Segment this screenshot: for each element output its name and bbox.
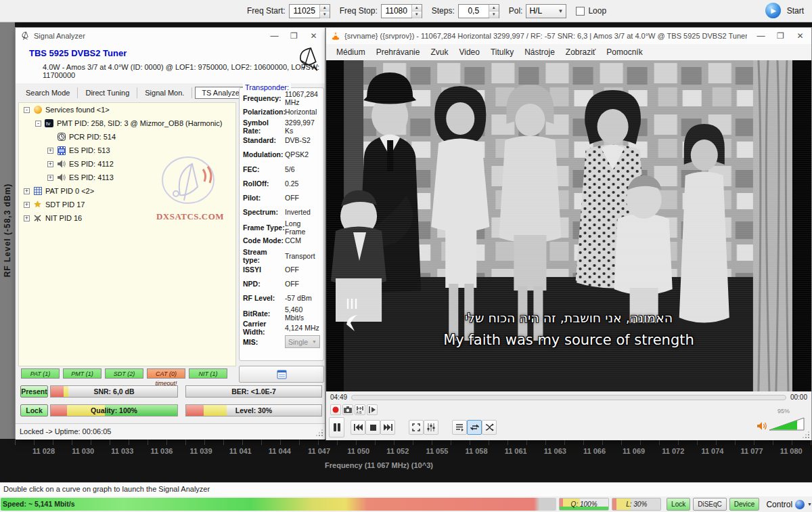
tab-search-mode[interactable]: Search Mode bbox=[18, 87, 78, 98]
steps-arrows[interactable]: ▲▼ bbox=[489, 5, 499, 18]
tree-expander[interactable]: + bbox=[47, 161, 53, 167]
minimize-button[interactable]: — bbox=[751, 28, 771, 43]
tree-expander[interactable]: + bbox=[47, 175, 53, 181]
tree-item-label[interactable]: PAT PID 0 <2> bbox=[45, 187, 94, 195]
playlist-button[interactable] bbox=[452, 420, 467, 435]
tree-expander[interactable]: + bbox=[24, 188, 30, 194]
x-tick: 11 055 bbox=[426, 447, 448, 455]
freq-stop-arrows[interactable]: ▲▼ bbox=[411, 5, 422, 18]
menu-medium[interactable]: Médium bbox=[331, 45, 371, 59]
tree-expander[interactable]: - bbox=[35, 121, 41, 127]
freq-start-label: Freq Start: bbox=[247, 6, 286, 16]
steps-spinner[interactable]: ▲▼ bbox=[458, 4, 499, 18]
chevron-down-icon: ▼ bbox=[312, 339, 317, 344]
device-button[interactable]: Device bbox=[729, 498, 760, 511]
video-canvas[interactable]: האמונה, אני חושבת, זה היה הכוח שלי My fa… bbox=[326, 60, 811, 391]
seek-slider[interactable] bbox=[351, 395, 786, 400]
resize-grip[interactable] bbox=[317, 430, 323, 437]
volume-slider[interactable] bbox=[769, 417, 805, 431]
tree-expander[interactable]: - bbox=[24, 107, 30, 113]
freq-start-input[interactable] bbox=[290, 5, 319, 18]
field-label: Pilot: bbox=[243, 194, 285, 202]
maximize-button[interactable]: ❐ bbox=[284, 28, 304, 43]
tree-expander[interactable]: + bbox=[24, 202, 30, 208]
previous-button[interactable] bbox=[351, 420, 365, 435]
frame-step-button[interactable] bbox=[367, 404, 378, 415]
ber-meter: BER: <1.0E-7 bbox=[185, 385, 322, 398]
tree-item-label[interactable]: PMT PID: 258, SID: 3 @ Mizmor_OB8 (Harmo… bbox=[57, 119, 222, 127]
frequency-axis: 11 028 11 030 11 033 11 036 11 039 11 04… bbox=[0, 439, 812, 481]
menu-video[interactable]: Video bbox=[453, 45, 484, 59]
freq-stop-spinner[interactable]: ▲▼ bbox=[381, 4, 422, 18]
spin-down-icon[interactable]: ▼ bbox=[412, 12, 422, 18]
tree-expander[interactable]: + bbox=[47, 148, 53, 154]
menu-subtitles[interactable]: Titulky bbox=[485, 45, 519, 59]
tree-item-label[interactable]: NIT PID 16 bbox=[45, 214, 82, 222]
fullscreen-button[interactable] bbox=[409, 420, 424, 435]
maximize-button[interactable]: ❐ bbox=[771, 28, 790, 43]
minimize-button[interactable]: — bbox=[265, 28, 284, 43]
speaker-icon bbox=[56, 159, 66, 169]
menu-playback[interactable]: Prehrávanie bbox=[371, 45, 426, 59]
freq-start-spinner[interactable]: ▲▼ bbox=[289, 4, 330, 18]
pol-group: Pol: H/L▼ bbox=[509, 4, 567, 18]
field-label: Standard: bbox=[243, 136, 285, 144]
next-button[interactable] bbox=[380, 420, 395, 435]
shuffle-button[interactable] bbox=[482, 420, 497, 435]
tree-item-label[interactable]: PCR PID: 514 bbox=[69, 133, 116, 141]
snapshot-button[interactable] bbox=[342, 404, 353, 415]
services-tree[interactable]: - Services found <1> - tv PMT PID: 258, … bbox=[18, 102, 236, 366]
volume-control[interactable]: 95% bbox=[757, 417, 805, 431]
tree-item-label[interactable]: SDT PID 17 bbox=[45, 200, 85, 209]
service-list-button[interactable] bbox=[239, 366, 324, 383]
tree-expander[interactable]: + bbox=[24, 215, 30, 221]
ab-loop-button[interactable]: A B bbox=[355, 404, 365, 415]
close-button[interactable]: ✕ bbox=[790, 28, 810, 43]
control-menu[interactable]: Control ▼ bbox=[766, 500, 812, 509]
tree-row-pmt[interactable]: - tv PMT PID: 258, SID: 3 @ Mizmor_OB8 (… bbox=[19, 116, 235, 130]
menu-help[interactable]: Pomocník bbox=[601, 45, 648, 59]
mis-select[interactable]: Single▼ bbox=[285, 335, 320, 348]
loop-checkbox[interactable] bbox=[576, 7, 585, 16]
spin-up-icon[interactable]: ▲ bbox=[412, 5, 422, 12]
menu-audio[interactable]: Zvuk bbox=[425, 45, 453, 59]
spin-up-icon[interactable]: ▲ bbox=[320, 5, 330, 12]
tree-item-label[interactable]: Services found <1> bbox=[45, 106, 110, 114]
pol-select[interactable]: H/L▼ bbox=[526, 4, 566, 18]
tree-row-es-video[interactable]: + ES PID: 513 bbox=[19, 144, 235, 157]
tree-row-pcr[interactable]: PCR PID: 514 bbox=[19, 130, 235, 144]
mis-label: MIS: bbox=[243, 338, 285, 346]
diseqc-button[interactable]: DiSEqC bbox=[693, 498, 727, 511]
close-button[interactable]: ✕ bbox=[304, 28, 323, 43]
start-button[interactable]: ▶ Start bbox=[765, 3, 804, 18]
spin-up-icon[interactable]: ▲ bbox=[489, 5, 499, 12]
tab-direct-tuning[interactable]: Direct Tuning bbox=[78, 87, 137, 98]
loop-button[interactable] bbox=[467, 420, 482, 435]
stop-button[interactable] bbox=[365, 420, 380, 435]
field-value: Horizontal bbox=[285, 108, 320, 116]
menu-view[interactable]: Zobraziť bbox=[560, 45, 602, 59]
analyzer-titlebar[interactable]: Signal Analyzer —❐✕ bbox=[16, 28, 325, 44]
spin-down-icon[interactable]: ▼ bbox=[320, 12, 330, 18]
pause-button[interactable] bbox=[329, 417, 344, 438]
equalizer-button[interactable] bbox=[424, 420, 438, 435]
vlc-controls: 04:49 00:00 A B 95% bbox=[326, 391, 811, 440]
tree-item-label[interactable]: ES PID: 4112 bbox=[69, 160, 114, 168]
freq-start-arrows[interactable]: ▲▼ bbox=[319, 5, 330, 18]
record-button[interactable] bbox=[330, 404, 341, 415]
clock-icon bbox=[56, 132, 66, 142]
tree-item-label[interactable]: ES PID: 4113 bbox=[69, 173, 114, 182]
tree-item-label[interactable]: ES PID: 513 bbox=[69, 146, 110, 154]
steps-input[interactable] bbox=[459, 5, 489, 18]
resize-grip[interactable] bbox=[803, 432, 810, 439]
vlc-titlebar[interactable]: {srvname} ({srvprov}) - 11067,284 Horizo… bbox=[326, 28, 811, 44]
analyzer-tabs: Search Mode Direct Tuning Signal Mon. TS… bbox=[18, 86, 249, 100]
menu-tools[interactable]: Nástroje bbox=[519, 45, 560, 59]
spin-down-icon[interactable]: ▼ bbox=[489, 12, 499, 18]
lock-button[interactable]: Lock bbox=[667, 498, 690, 511]
field-label: RollOff: bbox=[243, 179, 285, 188]
freq-stop-input[interactable] bbox=[382, 5, 411, 18]
play-icon[interactable]: ▶ bbox=[765, 3, 781, 18]
tab-signal-mon[interactable]: Signal Mon. bbox=[137, 87, 192, 98]
tree-row-services[interactable]: - Services found <1> bbox=[19, 103, 235, 116]
